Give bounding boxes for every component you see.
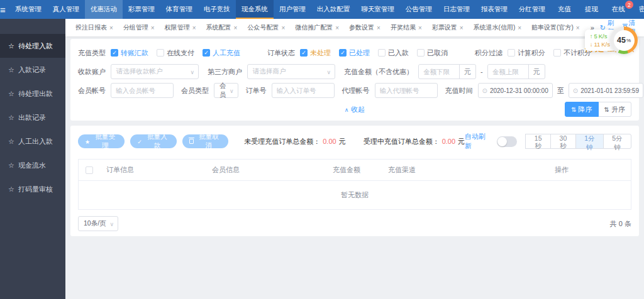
hamburger-menu-icon[interactable]	[0, 0, 6, 19]
checkbox-icon[interactable]	[157, 49, 164, 57]
recharge-type-options: 转账汇款 在线支付 人工充值	[111, 48, 248, 58]
end-time-picker[interactable]: 2021-01-01 23:59:59	[569, 83, 643, 98]
checkbox-icon[interactable]	[300, 49, 308, 57]
sidebar-item[interactable]: 出款记录	[0, 106, 65, 129]
checkbox-option[interactable]: 计算积分	[508, 48, 545, 58]
auto-refresh-toggle[interactable]	[497, 136, 518, 147]
member-account-input[interactable]	[111, 83, 174, 98]
toggle-knob	[497, 137, 507, 146]
checkbox-icon[interactable]	[86, 166, 93, 174]
member-type-select[interactable]: 会员	[214, 83, 238, 98]
batch-cancel-button[interactable]: 批量取消	[182, 134, 228, 148]
online-label: 在线	[612, 5, 625, 13]
password-reset-link[interactable]: 密码重置	[632, 5, 644, 14]
interval-button[interactable]: 15秒	[525, 134, 551, 149]
order-no-input[interactable]	[272, 83, 335, 98]
tab[interactable]: 投注日报表	[70, 23, 118, 32]
checkbox-option[interactable]: 已处理	[339, 48, 370, 58]
receiving-account-select[interactable]: 请选择收款帐户	[111, 64, 199, 79]
filter-panel: 充值类型 转账汇款 在线支付 人工充值	[70, 39, 639, 121]
tab[interactable]: 权限管理	[160, 23, 201, 32]
sidebar-item[interactable]: 入款记录	[0, 58, 65, 82]
close-tab-icon[interactable]	[109, 24, 113, 31]
nav-item[interactable]: 系统管理	[9, 0, 47, 19]
close-tab-icon[interactable]	[418, 24, 422, 31]
checkbox-icon[interactable]	[339, 49, 347, 57]
close-tab-icon[interactable]	[281, 24, 285, 31]
page-size-select[interactable]: 10条/页	[78, 216, 118, 231]
tab[interactable]: 系统退水(信用)	[469, 23, 527, 32]
close-tab-icon[interactable]	[377, 24, 380, 31]
checkbox-option[interactable]: 在线支付	[157, 48, 194, 58]
sort-asc-button[interactable]: 升序	[598, 102, 631, 117]
sidebar-item[interactable]: 人工出入款	[0, 129, 65, 153]
amount-max-input[interactable]	[488, 65, 528, 79]
tab[interactable]: 微信推广配置	[290, 23, 344, 32]
checkbox-option[interactable]: 已取消	[417, 48, 448, 58]
tab[interactable]: 开奖结果	[386, 23, 427, 32]
nav-item[interactable]: 出入款配置	[311, 0, 356, 19]
recharge-link[interactable]: 充值	[551, 5, 578, 14]
tab[interactable]: 分组管理	[118, 23, 160, 32]
start-time-value: 2020-12-31 00:00:00	[490, 87, 548, 94]
nav-item-label: 分红管理	[519, 5, 545, 14]
nav-item[interactable]: 体育管理	[160, 0, 198, 19]
checkbox-option[interactable]: 未处理	[300, 48, 331, 58]
close-tab-icon[interactable]	[192, 24, 196, 31]
agent-account-input[interactable]	[375, 83, 438, 98]
close-tab-icon[interactable]	[576, 24, 580, 31]
close-tab-icon[interactable]	[460, 24, 464, 31]
tab[interactable]: 参数设置	[344, 23, 386, 32]
withdraw-link[interactable]: 提现	[578, 5, 605, 14]
close-tab-icon[interactable]	[518, 24, 521, 31]
tab[interactable]: 赔率设置(官方)	[526, 23, 585, 32]
filter-row-checkboxes: 充值类型 转账汇款 在线支付 人工充值	[78, 45, 631, 61]
accepting-total-label: 受理中充值订单总金额：	[364, 137, 440, 146]
amount-min-input[interactable]	[419, 65, 459, 79]
checkbox-option[interactable]: 转账汇款	[111, 48, 148, 58]
nav-item[interactable]: 优惠活动	[85, 0, 123, 19]
close-tab-icon[interactable]	[151, 24, 155, 31]
nav-item[interactable]: 日志管理	[438, 0, 475, 19]
sidebar-item[interactable]: 现金流水	[0, 153, 65, 177]
online-link[interactable]: 在线2	[605, 5, 632, 14]
nav-item[interactable]: 报表管理	[475, 0, 513, 19]
interval-button[interactable]: 5分钟	[603, 134, 631, 149]
checkbox-icon[interactable]	[553, 49, 561, 57]
nav-item[interactable]: 用户管理	[274, 0, 311, 19]
star-icon	[8, 185, 14, 193]
start-time-picker[interactable]: 2020-12-31 00:00:00	[478, 83, 553, 98]
checkbox-option[interactable]: 已入款	[378, 48, 409, 58]
checkbox-icon[interactable]	[378, 49, 386, 57]
checkbox-icon[interactable]	[111, 49, 118, 57]
sidebar-item[interactable]: 待处理入款	[0, 34, 65, 58]
nav-item[interactable]: 公告管理	[400, 0, 438, 19]
tab[interactable]: 系统配置	[201, 23, 243, 32]
checkbox-icon[interactable]	[508, 49, 515, 57]
merchant-select[interactable]: 请选择商户	[247, 64, 335, 79]
select-all-checkbox[interactable]	[79, 166, 100, 174]
collapse-link[interactable]: 收起	[345, 105, 365, 114]
batch-accept-button[interactable]: 批量受理	[78, 134, 125, 148]
interval-button[interactable]: 30秒	[550, 134, 576, 149]
nav-item[interactable]: 彩票管理	[123, 0, 160, 19]
checkbox-icon[interactable]	[203, 49, 210, 57]
sort-desc-button[interactable]: 降序	[565, 102, 598, 117]
nav-item[interactable]: 真人管理	[47, 0, 85, 19]
nav-item[interactable]: 分红管理	[513, 0, 551, 19]
nav-item[interactable]: 现金系统	[236, 0, 274, 19]
nav-item[interactable]: 电子竞技	[198, 0, 236, 19]
checkbox-icon[interactable]	[417, 49, 425, 57]
tab[interactable]: 彩票设置	[427, 23, 469, 32]
sidebar-item[interactable]: 打码量审核	[0, 177, 65, 201]
interval-button[interactable]: 1分钟	[575, 134, 604, 149]
close-tab-icon[interactable]	[335, 24, 339, 31]
nav-item[interactable]: 聊天室管理	[355, 0, 400, 19]
sidebar-item[interactable]: 待处理出款	[0, 82, 65, 106]
checkbox-option[interactable]: 人工充值	[203, 48, 240, 58]
sidebar-menu: 待处理入款 入款记录 待处理出款 出款记录 人工出入款 现金流水 打码量审核	[0, 19, 65, 201]
tab[interactable]: 公众号配置	[242, 23, 290, 32]
close-tab-icon[interactable]	[234, 24, 238, 31]
batch-deposit-button[interactable]: 批量入款	[130, 134, 177, 148]
currency-unit: 元	[458, 137, 465, 146]
